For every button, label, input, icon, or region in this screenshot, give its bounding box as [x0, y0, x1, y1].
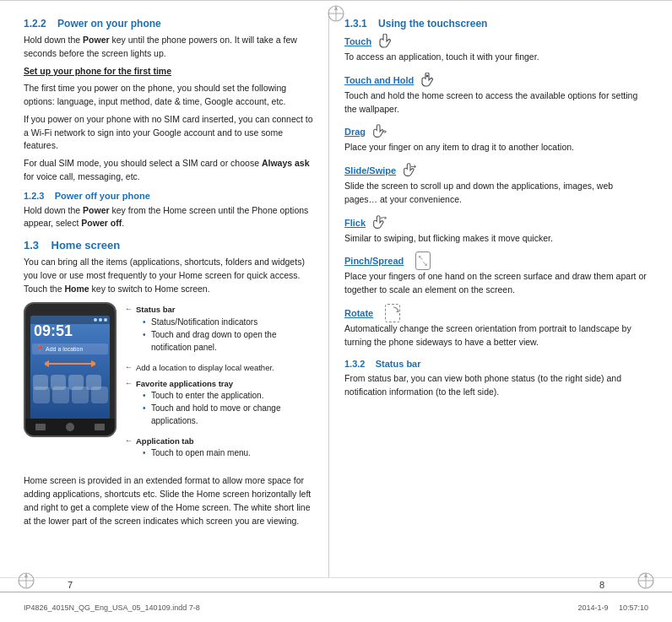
pinch-spread-label-row: Pinch/Spread ↖ ↘: [344, 253, 648, 268]
rotate-item: Rotate Automatically change the screen o…: [344, 306, 648, 349]
phone-nav-btn-1: [35, 424, 46, 430]
status-dot-2: [99, 318, 102, 322]
section-13-para2: Home screen is provided in an extended f…: [24, 474, 313, 527]
svg-marker-16: [24, 573, 28, 577]
page-container: 1.2.2 Power on your phone Hold down the …: [0, 0, 672, 622]
status-dot-3: [104, 318, 107, 322]
section-13: 1.3 Home screen You can bring all the it…: [24, 239, 313, 527]
phone-tray: [32, 387, 108, 403]
annotation-arrow-1: ←: [125, 305, 133, 313]
slide-swipe-label-row: Slide/Swipe: [344, 163, 648, 178]
drag-item: Drag Place your finger on any item to dr…: [344, 124, 648, 154]
footer-date: 2014-1-9: [577, 603, 608, 612]
footer-date-time: 2014-1-9 10:57:10: [577, 603, 648, 612]
section-122: 1.2.2 Power on your phone Hold down the …: [24, 18, 313, 184]
page-numbers-row: 7 8: [0, 577, 672, 592]
annotation-arrow-2: ←: [125, 363, 133, 371]
drag-label-row: Drag: [344, 124, 648, 139]
phone-arrow-decoration: [30, 358, 110, 370]
touch-hold-icon: [419, 73, 437, 88]
touch-hold-label-text: Touch and Hold: [344, 75, 414, 85]
slide-swipe-desc: Slide the screen to scroll up and down t…: [344, 180, 648, 207]
section-123: 1.2.3 Power off your phone Hold down the…: [24, 191, 313, 231]
section-132-para1: From status bar, you can view both phone…: [344, 372, 648, 399]
phone-screen: 09:51 📍 Add a location: [30, 316, 110, 420]
rotate-label-text: Rotate: [344, 308, 373, 318]
pinch-box: ↖ ↘: [415, 252, 431, 270]
right-column: 1.3.1 Using the touchscreen Touch: [329, 9, 672, 577]
drag-desc: Place your finger on any item to drag it…: [344, 141, 648, 154]
svg-marker-12: [644, 573, 648, 577]
rotate-box: [385, 304, 400, 322]
section-13-num: 1.3: [24, 239, 39, 252]
pinch-spread-label-text: Pinch/Spread: [344, 256, 404, 266]
flick-icon: [371, 215, 389, 230]
flick-label-text: Flick: [344, 218, 366, 228]
section-122-title: Power on your phone: [57, 18, 161, 30]
annotation-arrow-4: ←: [125, 436, 133, 445]
svg-marker-6: [45, 360, 49, 367]
rotate-desc: Automatically change the screen orientat…: [344, 322, 648, 349]
phone-area: 09:51 📍 Add a location: [24, 302, 313, 468]
svg-marker-5: [91, 360, 95, 367]
annotation-text-1: Status bar Status/Notification indicator…: [136, 304, 313, 356]
section-132-title: Status bar: [376, 359, 421, 369]
section-123-num: 1.2.3: [24, 191, 44, 201]
tray-icon-4: [91, 387, 108, 403]
annotation-app-tab: ← Application tab Touch to open main men…: [125, 435, 313, 462]
section-13-heading: 1.3 Home screen: [24, 239, 313, 252]
section-13-para1: You can bring all the items (application…: [24, 256, 313, 295]
section-122-para3: If you power on your phone with no SIM c…: [24, 113, 313, 153]
section-132-num: 1.3.2: [344, 359, 365, 369]
section-122-num: 1.2.2: [24, 18, 46, 30]
annotation-status-bar: ← Status bar Status/Notification indicat…: [125, 304, 313, 356]
drag-label-text: Drag: [344, 127, 366, 137]
rotate-label-row: Rotate: [344, 306, 648, 321]
left-compass-decoration: [17, 571, 35, 592]
phone-annotations: ← Status bar Status/Notification indicat…: [125, 302, 313, 468]
section-132-heading: 1.3.2 Status bar: [344, 359, 648, 369]
annotation-text-2: Add a location to display local weather.: [136, 362, 274, 373]
section-132: 1.3.2 Status bar From status bar, you ca…: [344, 359, 648, 399]
page-num-right: 8: [599, 580, 604, 590]
pinch-arrow-br: ↘: [422, 260, 428, 268]
page-num-left: 7: [68, 580, 73, 590]
drag-icon: [371, 124, 389, 139]
slide-swipe-icon: [401, 163, 420, 178]
annotation-text-3: Favorite applications tray Touch to ente…: [136, 378, 313, 430]
phone-nav-btn-2: [66, 423, 74, 431]
section-13-title: Home screen: [51, 239, 121, 252]
section-122-para4: For dual SIM mode, you should select a S…: [24, 157, 313, 184]
svg-marker-8: [396, 310, 398, 312]
pinch-spread-icon: ↖ ↘: [412, 253, 431, 268]
section-131-num: 1.3.1: [344, 18, 367, 30]
section-131: 1.3.1 Using the touchscreen Touch: [344, 18, 648, 349]
touch-label-text: Touch: [344, 36, 371, 46]
tray-icon-3: [72, 387, 89, 403]
phone-nav-bar: [25, 419, 115, 435]
phone-location-bar: 📍 Add a location: [32, 343, 108, 354]
status-dot-1: [94, 318, 97, 322]
touch-hold-desc: Touch and hold the home screen to access…: [344, 89, 648, 116]
top-compass-decoration: [327, 4, 345, 23]
footer: IP4826_4015N_QG_Eng_USA_05_140109.indd 7…: [0, 592, 672, 622]
footer-left-info: IP4826_4015N_QG_Eng_USA_05_140109.indd 7…: [24, 603, 200, 612]
slide-swipe-item: Slide/Swipe Slide the screen to scroll u…: [344, 163, 648, 207]
bottom-compass-decoration: [637, 571, 655, 592]
phone-nav-btn-3: [95, 424, 105, 430]
touch-desc: To access an application, touch it with …: [344, 51, 648, 64]
rotate-icon: [382, 306, 400, 321]
annotation-location: ← Add a location to display local weathe…: [125, 362, 313, 373]
left-column: 1.2.2 Power on your phone Hold down the …: [0, 9, 329, 577]
touch-label-row: Touch: [344, 34, 648, 49]
section-123-title: Power off your phone: [55, 191, 150, 201]
annotation-text-4: Application tab Touch to open main menu.: [136, 435, 251, 462]
pinch-spread-desc: Place your fingers of one hand on the sc…: [344, 270, 648, 297]
phone-mockup: 09:51 📍 Add a location: [24, 302, 117, 437]
section-122-para2: The first time you power on the phone, y…: [24, 82, 313, 109]
section-122-para1: Hold down the Power key until the phone …: [24, 34, 313, 61]
section-131-heading: 1.3.1 Using the touchscreen: [344, 18, 648, 30]
touch-item: Touch To access an application, touch it…: [344, 34, 648, 64]
section-131-title: Using the touchscreen: [378, 18, 487, 30]
annotation-fav-tray: ← Favorite applications tray Touch to en…: [125, 378, 313, 430]
